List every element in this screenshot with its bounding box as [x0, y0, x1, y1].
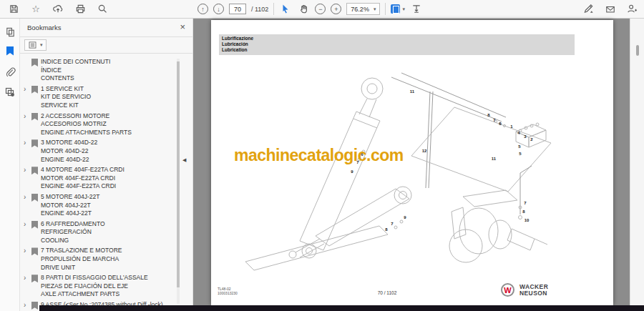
bookmark-item[interactable]: ›7 TRASLAZIONE E MOTOREPROPULSIÓN DE MAR… — [24, 247, 174, 272]
bookmark-label: 6 RAFFREDDAMENTOREFRIGERACIÓNCOOLING — [41, 220, 105, 245]
bookmarks-panel-header: Bookmarks × — [20, 19, 192, 37]
brand-bottom: NEUSON — [519, 290, 548, 297]
part-callout: 8 — [522, 209, 525, 214]
bookmarks-panel-icon[interactable] — [0, 41, 20, 60]
right-pane-grip[interactable] — [636, 45, 639, 56]
save-icon[interactable] — [7, 2, 20, 16]
close-panel-button[interactable]: × — [180, 21, 185, 32]
left-panel-rail — [0, 19, 20, 311]
part-callout: 5 — [519, 152, 521, 156]
print-icon[interactable] — [74, 2, 87, 16]
share-person-icon[interactable] — [625, 2, 638, 16]
document-canvas[interactable]: Lubrificazione Lubricación Lubrication — [193, 19, 630, 311]
part-callout: 8 — [487, 113, 489, 117]
bookmark-item[interactable]: ›6 RAFFREDDAMENTOREFRIGERACIÓNCOOLING — [24, 220, 174, 245]
bookmark-label: 1 SERVICE KITKIT DE SERVICIOSERVICE KIT — [41, 85, 91, 110]
expand-chevron-icon[interactable]: › — [24, 301, 31, 310]
bookmark-item[interactable]: ›4 MOTORE 404F-E22TA CRDIMOTOR 404F-E22T… — [24, 166, 174, 191]
part-callout: 10 — [525, 218, 530, 222]
toolbar-share-group — [582, 0, 638, 18]
hand-tool-icon[interactable] — [297, 2, 310, 16]
bookmark-item[interactable]: ›2 ACCESSORI MOTOREACCESORIOS MOTRIZENGI… — [24, 112, 174, 137]
bookmark-item[interactable]: ›8 PARTI DI FISSAGGIO DELL'ASSALEPIEZAS … — [24, 274, 174, 299]
toolbar-divider — [273, 3, 274, 15]
layers-security-icon[interactable] — [0, 83, 20, 102]
send-email-icon[interactable] — [604, 2, 617, 16]
bookmark-icon — [31, 302, 38, 310]
bookmark-icon — [31, 113, 38, 121]
expand-chevron-icon[interactable]: › — [24, 247, 31, 255]
previous-page-button[interactable]: ↑ — [197, 4, 208, 14]
collapse-panel-arrow[interactable]: ◀ — [182, 157, 186, 163]
part-callout: 9 — [404, 215, 406, 219]
page-footer-indicator: 70 / 1102 — [351, 290, 423, 295]
bookmark-item[interactable]: ›3 MOTORE 404D-22MOTOR 404D-22ENGINE 404… — [24, 139, 174, 164]
expand-chevron-icon[interactable]: › — [24, 85, 31, 94]
bookmark-label: 5 MOTORE 404J-22TMOTOR 404J-22TENGINE 40… — [41, 193, 100, 218]
part-callout: 1 — [510, 124, 512, 129]
bookmark-item[interactable]: ›INDICE DEI CONTENUTIÍNDICECONTENTS — [24, 58, 174, 83]
bookmark-icon — [31, 167, 38, 174]
part-callout: 6 — [499, 122, 501, 126]
pdf-viewer-window: { "toolbar": { "page_current": "70", "pa… — [0, 0, 644, 311]
toolbar-divider — [385, 3, 386, 15]
bookmark-label: INDICE DEI CONTENUTIÍNDICECONTENTS — [41, 58, 110, 83]
part-callout: 7 — [493, 118, 495, 122]
part-callout: 11 — [492, 157, 496, 161]
expand-chevron-icon[interactable]: › — [24, 274, 31, 282]
bookmark-label: 3 MOTORE 404D-22MOTOR 404D-22ENGINE 404D… — [41, 139, 97, 164]
bookmark-icon — [31, 86, 38, 94]
panel-title: Bookmarks — [27, 24, 62, 31]
bookmark-label: 2 ACCESSORI MOTOREACCESORIOS MOTRIZENGIN… — [41, 112, 132, 137]
wacker-neuson-logo-icon: W — [501, 283, 514, 297]
chevron-down-icon: ▾ — [40, 42, 43, 48]
brand-logo: W WACKER NEUSON — [501, 283, 548, 297]
bookmark-options-button[interactable]: ▾ — [24, 39, 47, 51]
search-icon[interactable] — [96, 2, 109, 16]
scrollbar-thumb[interactable] — [177, 61, 180, 287]
zoom-level-dropdown[interactable]: 76.2% ▾ — [346, 3, 380, 15]
bookmarks-scrollbar[interactable] — [177, 59, 180, 304]
share-upload-icon[interactable] — [52, 2, 64, 16]
zoom-out-button[interactable]: − — [315, 4, 326, 14]
bookmark-icon — [31, 221, 38, 229]
fill-sign-icon[interactable] — [582, 2, 595, 16]
zoom-in-button[interactable]: + — [331, 4, 341, 14]
bookmark-icon — [31, 59, 38, 66]
chevron-down-icon: ▾ — [374, 6, 376, 12]
expand-chevron-icon[interactable]: › — [24, 139, 31, 147]
bookmark-icon — [31, 194, 38, 202]
bookmarks-panel: Bookmarks × ▾ ›INDICE DEI CONTENUTIÍNDIC… — [20, 19, 193, 311]
page-thumbnails-icon[interactable] — [0, 23, 20, 41]
expand-chevron-icon[interactable]: › — [24, 193, 31, 202]
brand-name: WACKER NEUSON — [519, 284, 548, 296]
page-number-input[interactable] — [229, 4, 246, 14]
toolbar-file-group: ☆ — [7, 0, 109, 18]
select-tool-icon[interactable] — [279, 2, 292, 16]
doc-number-line: 1000313230 — [218, 291, 238, 295]
part-callout: 7 — [391, 222, 393, 226]
part-callout: 9 — [351, 169, 353, 174]
next-page-button[interactable]: ↓ — [213, 4, 224, 14]
part-callout: 2 — [530, 137, 532, 142]
fit-page-dropdown[interactable]: ▾ — [391, 4, 405, 14]
bookmark-list: ›INDICE DEI CONTENUTIÍNDICECONTENTS›1 SE… — [24, 58, 174, 311]
expand-chevron-icon[interactable]: › — [24, 220, 31, 229]
star-icon[interactable]: ☆ — [29, 2, 42, 16]
right-tools-rail — [630, 19, 644, 311]
bookmark-item[interactable]: ›5 MOTORE 404J-22TMOTOR 404J-22TENGINE 4… — [24, 193, 174, 218]
bookmark-item[interactable]: ›1 SERVICE KITKIT DE SERVICIOSERVICE KIT — [24, 85, 174, 110]
bookmarks-options-row: ▾ — [20, 37, 192, 54]
bookmark-icon — [31, 139, 38, 147]
attachments-icon[interactable] — [0, 63, 20, 82]
pdf-page: Lubrificazione Lubricación Lubrication — [211, 20, 613, 305]
top-toolbar: ☆ ↑ ↓ / 1102 − + 76.2% ▾ ▾ — [0, 0, 644, 19]
expand-chevron-icon[interactable]: › — [24, 166, 31, 174]
page-total-label: / 1102 — [251, 6, 268, 13]
toolbar-nav-group: ↑ ↓ / 1102 − + 76.2% ▾ ▾ — [197, 0, 423, 18]
part-callout: 7 — [524, 201, 526, 205]
chevron-down-icon: ▾ — [402, 6, 405, 12]
part-callout: 12 — [422, 149, 427, 153]
expand-chevron-icon[interactable]: › — [24, 112, 31, 121]
page-view-mode-icon[interactable] — [410, 2, 423, 16]
